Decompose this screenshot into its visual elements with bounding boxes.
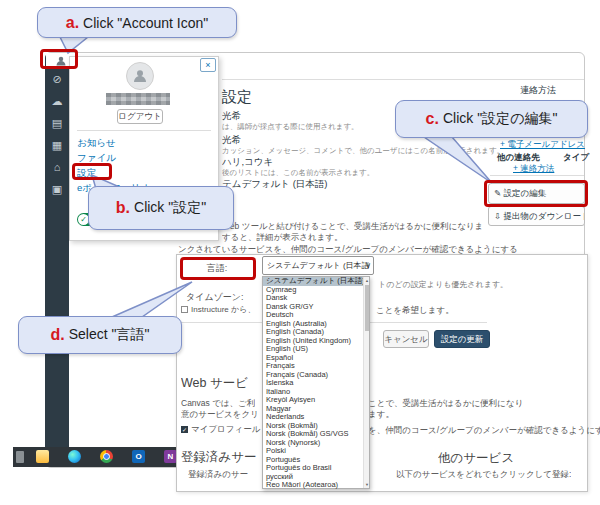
language-option[interactable]: русский	[263, 473, 364, 482]
cancel-button[interactable]: キャンセル	[383, 330, 429, 348]
popup-divider	[77, 130, 211, 131]
callout-step-d: d. Select "言語"	[18, 316, 182, 354]
language-option[interactable]: Deutsch	[263, 311, 364, 320]
language-option[interactable]: Norsk (Bokmål) GS/VGS	[263, 430, 364, 439]
language-option[interactable]: English (US)	[263, 345, 364, 354]
type-header: タイプ	[563, 152, 589, 164]
step-text: Click "設定"	[134, 199, 206, 217]
download-icon: ⇩	[494, 211, 501, 221]
language-option[interactable]: Cymraeg	[263, 286, 364, 295]
person-icon	[132, 68, 148, 84]
callout-step-b: b. Click "設定"	[88, 186, 234, 230]
language-option[interactable]: Nederlands	[263, 413, 364, 422]
profile-checkbox-right: を、仲間のコース/グループのメンバーが確認できるようにする	[368, 425, 600, 437]
download-submissions-button[interactable]: ⇩ 提出物のダウンロード	[488, 206, 585, 226]
step-text: Click "設定の編集"	[443, 110, 558, 128]
scrollbar-thumb[interactable]	[365, 285, 369, 331]
language-option[interactable]: Norsk (Bokmål)	[263, 422, 364, 431]
web-services-fragment-2: すると、詳細が表示されます。	[222, 232, 343, 244]
menu-item-announcements[interactable]: お知らせ	[77, 137, 116, 150]
avatar	[126, 62, 154, 90]
page-title: 設定	[222, 88, 252, 107]
paragraph-left-2: 意のサービスをクリ	[181, 409, 259, 421]
language-option[interactable]: Polski	[263, 447, 364, 456]
close-icon[interactable]: ×	[200, 58, 216, 72]
language-option[interactable]: Norsk (Nynorsk)	[263, 439, 364, 448]
display-name-caption: カッション、メッセージ、コメントで、他のユーザにはこの名前が表示されます。	[222, 146, 504, 156]
full-name-caption: は、講師が採点する際に使用されます。	[222, 122, 359, 132]
notify-checkbox[interactable]	[181, 306, 188, 313]
add-email-link[interactable]: + 電子メールアドレス	[500, 139, 585, 151]
header-divider	[222, 79, 584, 80]
chevron-down-icon: ∨	[365, 257, 371, 274]
callout-step-a: a. Click "Account Icon"	[37, 7, 237, 38]
profile-checkbox-row: ✓マイプロフィール	[181, 424, 260, 436]
step-letter: c.	[426, 110, 439, 128]
highlight-box-language-label	[180, 257, 256, 280]
sortable-name-caption: 後のリストには、この名前が表示されます。	[222, 168, 374, 178]
language-option[interactable]: Dansk	[263, 294, 364, 303]
step-letter: a.	[66, 14, 79, 32]
language-option[interactable]: Português	[263, 456, 364, 465]
outlook-icon[interactable]: O	[132, 450, 145, 463]
language-option[interactable]: Italiano	[263, 388, 364, 397]
notify-checkbox-row: Instructure から、	[181, 304, 255, 315]
inbox-icon[interactable]: ▦	[45, 140, 69, 151]
language-option[interactable]: Magyar	[263, 405, 364, 414]
override-note-fragment: トのどの設定よりも優先されます。	[378, 279, 508, 290]
language-option[interactable]: English (Australia)	[263, 320, 364, 329]
update-settings-button[interactable]: 設定の更新	[434, 330, 490, 348]
registered-services-sub: 登録済みのサー	[188, 469, 248, 481]
profile-checkbox[interactable]: ✓	[181, 426, 188, 433]
language-option[interactable]: Español	[263, 354, 364, 363]
language-value: テムデフォルト (日本語)	[222, 178, 328, 191]
registered-services-heading: 登録済みサー	[181, 449, 257, 466]
notify-fragment-right: ことを希望します。	[376, 305, 454, 317]
language-option[interactable]: Dansk GR/GY	[263, 303, 364, 312]
language-option[interactable]: Reo Māori (Aotearoa)	[263, 481, 364, 490]
edge-icon[interactable]	[68, 450, 81, 463]
language-option[interactable]: Français (Canada)	[263, 371, 364, 380]
censored-user-name	[106, 93, 170, 105]
other-services-heading: 他のサービス	[438, 450, 514, 467]
courses-icon[interactable]: ☁	[45, 96, 69, 107]
contact-methods-heading: 連絡方法	[520, 84, 556, 97]
dashboard-icon[interactable]: ⊘	[45, 74, 69, 85]
highlight-box-edit-settings	[484, 180, 588, 207]
global-nav-sidebar	[45, 53, 69, 467]
help-icon[interactable]: ▣	[45, 184, 69, 195]
other-services-sub: 以下のサービスをどれでもクリックして登録:	[396, 469, 571, 481]
callout-step-c: c. Click "設定の編集"	[395, 100, 588, 138]
scroll-up-icon[interactable]: ▲	[364, 278, 370, 283]
file-explorer-icon[interactable]	[36, 450, 49, 463]
step-text: Click "Account Icon"	[83, 15, 208, 31]
taskbar-app-icon[interactable]	[16, 451, 24, 463]
timezone-label: タイムゾーン:	[186, 291, 244, 304]
language-option[interactable]: English (United Kingdom)	[263, 337, 364, 346]
add-contact-link[interactable]: + 連絡方法	[513, 163, 554, 175]
windows-taskbar: ON	[13, 447, 179, 467]
language-option[interactable]: システムデフォルト (日本語)	[263, 277, 364, 286]
contact-divider	[490, 175, 584, 176]
step-text: Select "言語"	[69, 326, 150, 344]
dropdown-scrollbar[interactable]: ▲ ▼	[363, 277, 369, 488]
chrome-icon[interactable]	[100, 450, 113, 463]
language-option[interactable]: Français	[263, 362, 364, 371]
language-dropdown-list[interactable]: システムデフォルト (日本語)CymraegDanskDansk GR/GYDe…	[262, 276, 370, 489]
language-option[interactable]: Kreyòl Ayisyen	[263, 396, 364, 405]
step-letter: d.	[51, 326, 65, 344]
highlight-box-settings-link	[72, 163, 112, 180]
web-services-heading: Web サービ	[181, 375, 248, 392]
logout-button[interactable]: ログアウト	[117, 109, 163, 124]
scroll-down-icon[interactable]: ▼	[364, 482, 370, 487]
language-option[interactable]: Íslenska	[263, 379, 364, 388]
history-icon[interactable]: ⌂	[45, 162, 69, 173]
calendar-icon[interactable]: ▤	[45, 118, 69, 129]
highlight-box-account-icon	[40, 49, 78, 69]
paragraph-right-2: ます。	[368, 409, 394, 421]
language-option[interactable]: Português do Brasil	[263, 464, 364, 473]
language-select[interactable]: システムデフォルト (日本語 ∨	[262, 256, 374, 275]
language-option[interactable]: English (Canada)	[263, 328, 364, 337]
step-letter: b.	[116, 199, 130, 217]
